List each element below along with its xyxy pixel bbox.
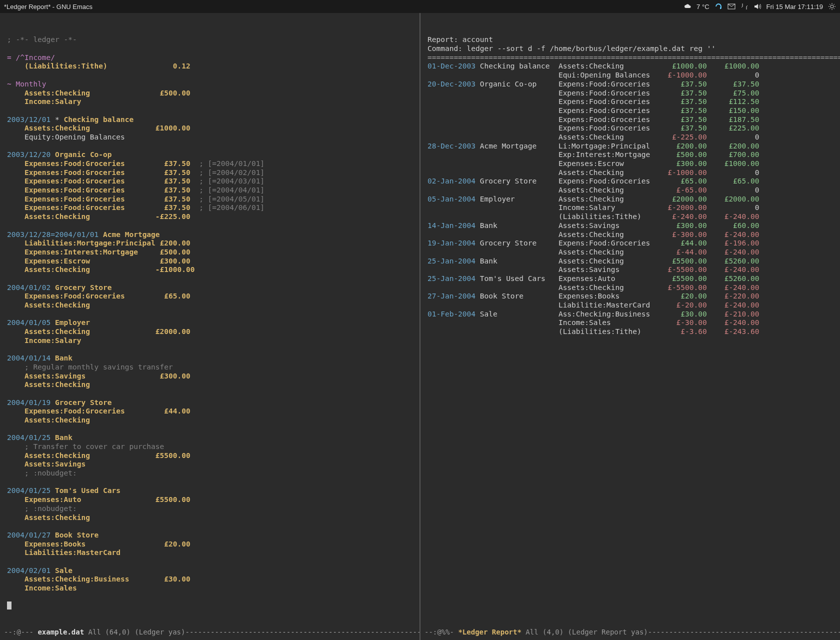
mail-icon[interactable]	[728, 2, 736, 10]
network-icon[interactable]	[740, 2, 748, 10]
modeline-right-post: All (4,0) (Ledger Report yas)	[522, 628, 648, 636]
clock: Fri 15 Mar 17:11:19	[766, 3, 823, 10]
modeline-left-buffer: example.dat	[38, 628, 84, 636]
right-buffer[interactable]: Report: account Command: ledger --sort d…	[420, 13, 840, 640]
modeline-right-buffer: *Ledger Report*	[458, 628, 521, 636]
window-title: *Ledger Report* - GNU Emacs	[4, 3, 684, 10]
left-buffer[interactable]: ; -*- ledger -*- = /^Income/ (Liabilitie…	[0, 13, 420, 640]
modeline-right-pre: --:@%%-	[424, 628, 458, 636]
modeline-fill: ----------------------------------------…	[648, 628, 840, 636]
volume-icon[interactable]	[754, 2, 762, 10]
weather-text: 7 °C	[696, 3, 709, 10]
refresh-icon[interactable]	[714, 2, 722, 10]
modeline-fill: ----------------------------------------…	[185, 628, 420, 636]
ledger-source-text[interactable]: ; -*- ledger -*- = /^Income/ (Liabilitie…	[7, 36, 412, 610]
modeline-left-pre: --:@---	[4, 628, 38, 636]
system-tray: 7 °C Fri 15 Mar 17:11:19	[684, 2, 836, 10]
modeline-left-post: All (64,0) (Ledger yas)	[84, 628, 185, 636]
svg-point-1	[830, 5, 834, 8]
text-cursor	[7, 602, 12, 610]
modeline-left: --:@--- example.dat All (64,0) (Ledger y…	[0, 627, 420, 640]
modeline-right: --:@%%- *Ledger Report* All (4,0) (Ledge…	[420, 627, 840, 640]
weather-icon	[684, 2, 692, 10]
ledger-report-text[interactable]: Report: account Command: ledger --sort d…	[428, 36, 833, 336]
window-titlebar: *Ledger Report* - GNU Emacs 7 °C Fri 15 …	[0, 0, 840, 13]
settings-icon[interactable]	[828, 2, 836, 10]
editor-area: ; -*- ledger -*- = /^Income/ (Liabilitie…	[0, 13, 840, 640]
